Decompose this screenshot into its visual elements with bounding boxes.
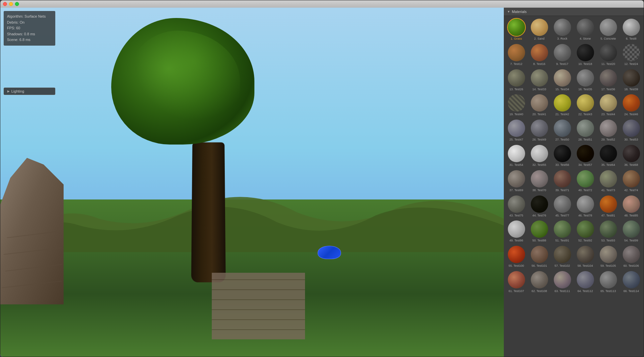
material-item-63[interactable]: 63. Test111 <box>551 270 573 294</box>
material-item-18[interactable]: 18. Test39 <box>620 68 642 93</box>
material-sphere-26 <box>531 120 548 137</box>
material-sphere-15 <box>554 69 571 87</box>
material-item-53[interactable]: 53. Test93 <box>597 219 619 244</box>
material-item-62[interactable]: 62. Test108 <box>528 270 550 294</box>
info-overlay: Algorithm: Surface Nets Debris: On FPS: … <box>4 11 55 46</box>
material-item-47[interactable]: 47. Test81 <box>597 194 619 219</box>
close-button[interactable] <box>3 2 7 6</box>
material-sphere-56 <box>531 246 548 263</box>
material-item-25[interactable]: 25. Test47 <box>505 118 527 143</box>
material-item-60[interactable]: 60. Test106 <box>620 244 642 269</box>
material-item-56[interactable]: 56. Test101 <box>528 244 550 269</box>
material-label-45: 45. Test77 <box>555 214 569 217</box>
material-label-5: 5. Concrete <box>600 37 616 41</box>
material-item-20[interactable]: 20. Test41 <box>528 93 550 118</box>
material-sphere-8 <box>531 44 548 61</box>
material-item-24[interactable]: 24. Test46 <box>620 93 642 118</box>
material-item-21[interactable]: 21. Test42 <box>551 93 573 118</box>
material-item-54[interactable]: 54. Test99 <box>620 219 642 244</box>
material-item-27[interactable]: 27. Test50 <box>551 118 573 143</box>
material-label-48: 48. Test85 <box>624 214 638 217</box>
material-item-45[interactable]: 45. Test77 <box>551 194 573 219</box>
material-item-14[interactable]: 14. Test33 <box>528 68 550 93</box>
material-item-39[interactable]: 39. Test71 <box>551 169 573 193</box>
material-item-12[interactable]: 12. Test24 <box>620 43 642 67</box>
material-sphere-61 <box>508 271 525 288</box>
material-sphere-36 <box>623 145 640 162</box>
material-item-37[interactable]: 37. Test69 <box>505 169 527 193</box>
material-item-59[interactable]: 59. Test105 <box>597 244 619 269</box>
material-item-15[interactable]: 15. Test34 <box>551 68 573 93</box>
material-item-3[interactable]: 3. Rock <box>551 17 573 42</box>
material-item-9[interactable]: 9. Test17 <box>551 43 573 67</box>
lighting-button[interactable]: ▶ Lighting <box>4 88 55 95</box>
material-item-49[interactable]: 49. Test86 <box>505 219 527 244</box>
material-item-22[interactable]: 22. Test43 <box>574 93 596 118</box>
material-item-7[interactable]: 7. Test12 <box>505 43 527 67</box>
material-item-38[interactable]: 38. Test70 <box>528 169 550 193</box>
material-item-30[interactable]: 30. Test53 <box>620 118 642 143</box>
material-item-13[interactable]: 13. Test26 <box>505 68 527 93</box>
material-item-33[interactable]: 33. Test56 <box>551 144 573 168</box>
material-item-50[interactable]: 50. Test88 <box>528 219 550 244</box>
material-item-36[interactable]: 36. Test68 <box>620 144 642 168</box>
hills-svg <box>0 179 504 252</box>
material-item-34[interactable]: 34. Test57 <box>574 144 596 168</box>
material-item-26[interactable]: 26. Test49 <box>528 118 550 143</box>
material-label-49: 49. Test86 <box>509 239 523 242</box>
material-item-35[interactable]: 35. Test64 <box>597 144 619 168</box>
material-item-55[interactable]: 55. Test100 <box>505 244 527 269</box>
material-item-29[interactable]: 29. Test52 <box>597 118 619 143</box>
material-item-40[interactable]: 40. Test72 <box>574 169 596 193</box>
stone-path <box>212 273 305 339</box>
material-label-12: 12. Test24 <box>624 62 638 66</box>
material-label-18: 18. Test39 <box>624 88 638 91</box>
material-sphere-23 <box>600 94 617 112</box>
material-sphere-57 <box>554 246 571 263</box>
material-item-1[interactable]: 1. Grass <box>505 17 527 42</box>
material-item-52[interactable]: 52. Test92 <box>574 219 596 244</box>
maximize-button[interactable] <box>15 2 19 6</box>
material-label-65: 65. Test113 <box>600 289 616 293</box>
material-item-10[interactable]: 10. Test18 <box>574 43 596 67</box>
material-item-57[interactable]: 57. Test102 <box>551 244 573 269</box>
material-item-43[interactable]: 43. Test75 <box>505 194 527 219</box>
material-item-65[interactable]: 65. Test113 <box>597 270 619 294</box>
material-item-28[interactable]: 28. Test51 <box>574 118 596 143</box>
material-label-11: 11. Test20 <box>601 62 615 66</box>
material-item-2[interactable]: 2. Sand <box>528 17 550 42</box>
material-item-5[interactable]: 5. Concrete <box>597 17 619 42</box>
material-sphere-5 <box>600 19 617 36</box>
material-item-48[interactable]: 48. Test85 <box>620 194 642 219</box>
material-item-42[interactable]: 42. Test74 <box>620 169 642 193</box>
material-item-17[interactable]: 17. Test36 <box>597 68 619 93</box>
viewport[interactable]: Algorithm: Surface Nets Debris: On FPS: … <box>0 8 504 357</box>
material-item-11[interactable]: 11. Test20 <box>597 43 619 67</box>
material-label-17: 17. Test36 <box>601 88 615 91</box>
material-item-19[interactable]: 19. Test40 <box>505 93 527 118</box>
material-sphere-55 <box>508 246 525 263</box>
material-item-51[interactable]: 51. Test91 <box>551 219 573 244</box>
material-item-4[interactable]: 4. Stone <box>574 17 596 42</box>
material-item-31[interactable]: 31. Test54 <box>505 144 527 168</box>
material-label-4: 4. Stone <box>580 37 591 41</box>
material-label-37: 37. Test69 <box>509 188 523 192</box>
material-item-23[interactable]: 23. Test44 <box>597 93 619 118</box>
material-item-58[interactable]: 58. Test104 <box>574 244 596 269</box>
material-item-8[interactable]: 8. Test16 <box>528 43 550 67</box>
material-item-16[interactable]: 16. Test35 <box>574 68 596 93</box>
material-item-66[interactable]: 66. Test114 <box>620 270 642 294</box>
material-label-44: 44. Test76 <box>532 214 546 217</box>
material-item-46[interactable]: 46. Test78 <box>574 194 596 219</box>
material-item-6[interactable]: 6. Test8 <box>620 17 642 42</box>
material-item-41[interactable]: 41. Test73 <box>597 169 619 193</box>
material-item-64[interactable]: 64. Test112 <box>574 270 596 294</box>
material-label-34: 34. Test57 <box>578 163 592 167</box>
material-label-19: 19. Test40 <box>509 113 523 116</box>
minimize-button[interactable] <box>9 2 13 6</box>
material-item-61[interactable]: 61. Test107 <box>505 270 527 294</box>
material-sphere-54 <box>623 220 640 238</box>
material-item-32[interactable]: 32. Test55 <box>528 144 550 168</box>
material-label-21: 21. Test42 <box>555 113 569 116</box>
material-item-44[interactable]: 44. Test76 <box>528 194 550 219</box>
